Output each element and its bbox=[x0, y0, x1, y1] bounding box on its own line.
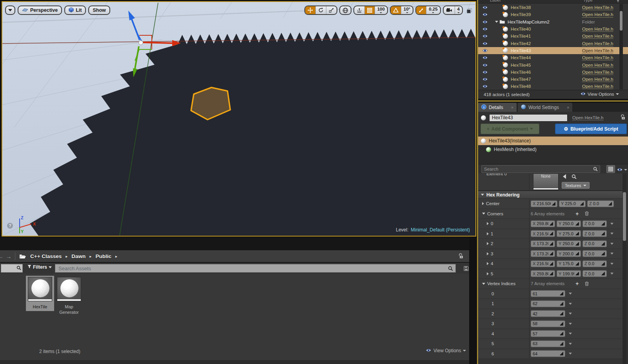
visibility-eye-icon[interactable] bbox=[482, 34, 489, 38]
x-value-field[interactable]: X216.50 bbox=[531, 260, 555, 267]
element-options-icon[interactable] bbox=[569, 343, 572, 345]
breadcrumb-item[interactable]: Public bbox=[95, 253, 111, 259]
element-options-icon[interactable] bbox=[610, 243, 613, 245]
drag-slider-icon[interactable] bbox=[575, 222, 579, 226]
lit-mode-button[interactable]: Lit bbox=[64, 5, 86, 15]
outliner-view-options-button[interactable]: View Options bbox=[580, 92, 619, 96]
corner-index-label[interactable]: 4 bbox=[487, 261, 493, 266]
lock-icon[interactable] bbox=[458, 253, 463, 260]
scale-snap-value-button[interactable]: 0.25 bbox=[426, 6, 440, 14]
asset-tile-map-generator[interactable]: Map Generator bbox=[55, 276, 83, 317]
camera-speed-value-button[interactable]: 4 bbox=[455, 6, 462, 14]
x-value-field[interactable]: X259.80 bbox=[531, 220, 555, 227]
drag-slider-icon[interactable] bbox=[575, 252, 579, 255]
outliner-item-type-link[interactable]: Open HexTile.h bbox=[582, 70, 613, 75]
outliner-row[interactable]: HexTile45Open HexTile.h bbox=[478, 61, 628, 68]
outliner-row[interactable]: HexTile40Open HexTile.h bbox=[478, 25, 628, 33]
drag-slider-icon[interactable] bbox=[608, 202, 612, 206]
visibility-eye-icon[interactable] bbox=[482, 13, 489, 16]
visibility-eye-icon[interactable] bbox=[482, 56, 489, 60]
scale-snap-toggle-button[interactable] bbox=[416, 6, 426, 14]
outliner-row[interactable]: HexTile41Open HexTile.h bbox=[478, 33, 628, 40]
outliner-row[interactable]: HexTile46Open HexTile.h bbox=[478, 69, 628, 76]
move-tool-button[interactable] bbox=[305, 6, 315, 14]
scrollbar-thumb[interactable] bbox=[623, 192, 626, 241]
x-value-field[interactable]: X173.20 bbox=[531, 250, 555, 257]
vertex-value-field[interactable]: 63 bbox=[531, 340, 565, 347]
outliner-row[interactable]: HexTile43Open HexTile.h bbox=[478, 47, 628, 54]
drag-slider-icon[interactable] bbox=[601, 272, 605, 275]
vertex-value-field[interactable]: 58 bbox=[531, 320, 565, 327]
show-flags-button[interactable]: Show bbox=[88, 5, 110, 15]
close-icon[interactable]: × bbox=[511, 105, 513, 110]
outliner-item-type-link[interactable]: Open HexTile.h bbox=[582, 77, 613, 82]
visibility-eye-icon[interactable] bbox=[482, 49, 489, 53]
drag-slider-icon[interactable] bbox=[560, 292, 563, 295]
details-properties-scroll-area[interactable]: Element 0 None Textures Hex Render bbox=[478, 173, 623, 364]
visibility-eye-icon[interactable] bbox=[482, 84, 489, 88]
viewport-scene[interactable] bbox=[2, 2, 475, 236]
y-value-field[interactable]: Y275.0 bbox=[557, 230, 581, 237]
x-value-field[interactable]: X216.50 bbox=[531, 230, 555, 237]
z-value-field[interactable]: Z0.0 bbox=[582, 260, 607, 267]
blueprint-add-script-button[interactable]: ⚙ Blueprint/Add Script bbox=[555, 124, 627, 134]
drag-slider-icon[interactable] bbox=[601, 222, 605, 226]
outliner-item-type-link[interactable]: Open HexTile.h bbox=[582, 34, 613, 38]
label-column-header[interactable]: Label bbox=[490, 0, 501, 2]
add-element-icon[interactable]: + bbox=[575, 211, 579, 217]
tab-world-settings[interactable]: World Settings× bbox=[518, 103, 572, 112]
delete-elements-icon[interactable] bbox=[585, 282, 589, 286]
scale-tool-button[interactable] bbox=[326, 6, 337, 14]
outliner-row[interactable]: HexTile48Open HexTile.h bbox=[478, 83, 628, 90]
expander-icon[interactable] bbox=[487, 262, 489, 265]
outliner-item-type-link[interactable]: Open HexTile.h bbox=[582, 12, 613, 17]
z-value-field[interactable]: Z0.0 bbox=[582, 250, 607, 257]
z-value-field[interactable]: Z0.0 bbox=[587, 200, 614, 207]
element-options-icon[interactable] bbox=[569, 323, 572, 325]
center-property-label[interactable]: Center bbox=[482, 201, 500, 206]
tab-details[interactable]: iDetails× bbox=[478, 103, 517, 112]
outliner-row[interactable]: HexTile42Open HexTile.h bbox=[478, 40, 628, 47]
drag-slider-icon[interactable] bbox=[560, 312, 563, 315]
sort-icon[interactable] bbox=[616, 0, 620, 3]
x-value-field[interactable]: X216.506 bbox=[531, 200, 557, 207]
drag-slider-icon[interactable] bbox=[580, 202, 584, 206]
corner-index-label[interactable]: 5 bbox=[487, 271, 493, 276]
outliner-item-type-link[interactable]: Open HexTile.h bbox=[582, 84, 613, 89]
use-selected-arrow-icon[interactable] bbox=[563, 174, 566, 179]
x-value-field[interactable]: X173.20 bbox=[531, 240, 555, 247]
y-value-field[interactable]: Y250.0 bbox=[557, 240, 581, 247]
vertex-value-field[interactable]: 61 bbox=[531, 290, 565, 297]
outliner-row[interactable]: HexTile47Open HexTile.h bbox=[478, 76, 628, 83]
camera-speed-button[interactable] bbox=[444, 6, 455, 14]
vertex-indices-array-label[interactable]: Vertex Indices bbox=[482, 281, 515, 286]
search-assets-input[interactable] bbox=[55, 266, 448, 271]
element-options-icon[interactable] bbox=[610, 253, 613, 255]
x-value-field[interactable]: X259.80 bbox=[531, 270, 555, 277]
drag-slider-icon[interactable] bbox=[550, 252, 553, 255]
breadcrumb-item[interactable]: C++ Classes bbox=[30, 253, 62, 259]
element-options-icon[interactable] bbox=[610, 233, 613, 235]
expander-icon[interactable] bbox=[487, 252, 489, 255]
save-search-icon[interactable] bbox=[464, 266, 469, 273]
outliner-row[interactable]: HexTile39Open HexTile.h bbox=[478, 11, 628, 18]
viewport-3d[interactable]: Perspective Lit Show 100 bbox=[2, 1, 476, 237]
z-value-field[interactable]: Z0.0 bbox=[582, 220, 607, 227]
details-search-input[interactable] bbox=[482, 167, 593, 171]
drag-slider-icon[interactable] bbox=[552, 202, 555, 206]
vertex-value-field[interactable]: 57 bbox=[531, 330, 565, 337]
drag-slider-icon[interactable] bbox=[560, 322, 563, 326]
expander-icon[interactable] bbox=[482, 213, 485, 215]
asset-tile-hextile[interactable]: HexTile bbox=[26, 276, 54, 311]
world-coordinates-button[interactable] bbox=[340, 6, 351, 14]
expander-icon[interactable] bbox=[487, 222, 489, 225]
outliner-row[interactable]: HexTile38Open HexTile.h bbox=[478, 4, 628, 11]
material-thumbnail[interactable]: None bbox=[533, 173, 559, 190]
details-scrollbar[interactable] bbox=[623, 173, 626, 364]
breadcrumb-item[interactable]: Dawn bbox=[71, 253, 86, 259]
viewport-options-button[interactable] bbox=[5, 5, 15, 15]
outliner-item-type-link[interactable]: Open HexTile.h bbox=[582, 63, 613, 67]
drag-slider-icon[interactable] bbox=[575, 262, 579, 266]
expander-icon[interactable] bbox=[487, 272, 489, 275]
element-options-icon[interactable] bbox=[610, 223, 613, 225]
